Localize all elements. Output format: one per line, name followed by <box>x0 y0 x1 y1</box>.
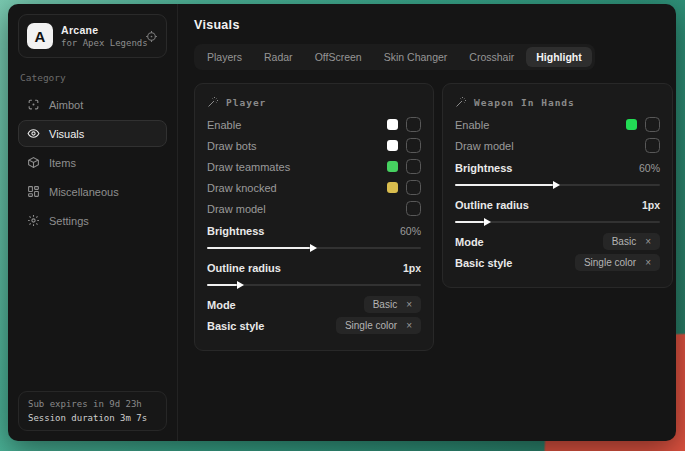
eye-icon <box>27 127 40 140</box>
checkbox[interactable] <box>406 159 421 174</box>
slider-fill <box>207 247 310 249</box>
color-swatch[interactable] <box>387 161 398 172</box>
app-window: A Arcane for Apex Legends Category Aimbo… <box>8 4 676 441</box>
tab-highlight[interactable]: Highlight <box>526 47 592 67</box>
checkbox[interactable] <box>406 201 421 216</box>
chip-remove-icon[interactable]: × <box>406 300 412 310</box>
tab-skin-changer[interactable]: Skin Changer <box>374 47 458 67</box>
sidebar-item-miscellaneous[interactable]: Miscellaneous <box>18 178 167 205</box>
color-swatch[interactable] <box>626 119 637 130</box>
slider-thumb[interactable] <box>484 218 491 226</box>
checkbox[interactable] <box>645 117 660 132</box>
page-title: Visuals <box>194 18 673 32</box>
brand-text: Arcane for Apex Legends <box>61 24 137 48</box>
setting-label: Enable <box>207 119 241 131</box>
package-icon <box>27 156 40 169</box>
target-icon[interactable] <box>145 30 158 43</box>
setting-label: Outline radius <box>207 262 281 274</box>
slider-track[interactable] <box>455 221 660 223</box>
toggle-row: Enable <box>455 114 660 135</box>
tab-bar: PlayersRadarOffScreenSkin ChangerCrossha… <box>194 44 595 70</box>
chip-remove-icon[interactable]: × <box>645 258 651 268</box>
value-chip[interactable]: Single color × <box>336 317 421 334</box>
setting-label: Draw bots <box>207 140 257 152</box>
chip-row: Mode Basic × <box>207 294 421 315</box>
slider-value: 1px <box>403 262 421 274</box>
app-title: Arcane <box>61 24 137 36</box>
value-chip[interactable]: Basic × <box>364 296 421 313</box>
checkbox[interactable] <box>645 138 660 153</box>
slider-track[interactable] <box>207 284 421 286</box>
color-swatch[interactable] <box>387 140 398 151</box>
sidebar-item-label: Miscellaneous <box>49 186 119 198</box>
panel-title: Player <box>226 97 266 108</box>
sidebar-item-label: Visuals <box>49 128 84 140</box>
checkbox[interactable] <box>406 117 421 132</box>
setting-label: Brightness <box>455 162 512 174</box>
sidebar-item-aimbot[interactable]: Aimbot <box>18 91 167 118</box>
slider-track[interactable] <box>455 184 660 186</box>
toggle-row: Draw knocked <box>207 177 421 198</box>
sidebar-item-label: Items <box>49 157 76 169</box>
slider-value: 1px <box>642 199 660 211</box>
chip-label: Basic <box>612 236 636 247</box>
chip-row: Basic style Single color × <box>455 252 660 273</box>
setting-label: Basic style <box>455 257 512 269</box>
slider-row: Outline radius 1px <box>207 257 421 286</box>
slider-thumb[interactable] <box>553 181 560 189</box>
slider-thumb[interactable] <box>237 281 244 289</box>
sub-expires-text: Sub expires in 9d 23h <box>28 399 157 409</box>
slider-value: 60% <box>400 225 421 237</box>
sidebar-item-visuals[interactable]: Visuals <box>18 120 167 147</box>
toggle-row: Draw teammates <box>207 156 421 177</box>
sidebar-item-label: Aimbot <box>49 99 83 111</box>
tab-radar[interactable]: Radar <box>254 47 303 67</box>
color-swatch[interactable] <box>387 182 398 193</box>
sidebar-nav: Aimbot Visuals Items Miscellaneous Setti… <box>18 91 167 234</box>
toggle-row: Draw model <box>207 198 421 219</box>
brand-card: A Arcane for Apex Legends <box>18 14 167 58</box>
sidebar-item-label: Settings <box>49 215 89 227</box>
slider-fill <box>455 221 484 223</box>
settings-panel: Weapon In Hands Enable Draw model Bright… <box>442 83 673 288</box>
tab-crosshair[interactable]: Crosshair <box>459 47 524 67</box>
setting-label: Draw knocked <box>207 182 277 194</box>
panel-header: Player <box>207 96 421 108</box>
slider-track[interactable] <box>207 247 421 249</box>
subscription-card: Sub expires in 9d 23h Session duration 3… <box>18 391 167 431</box>
session-duration-text: Session duration 3m 7s <box>28 413 157 423</box>
category-label: Category <box>20 72 165 83</box>
chip-row: Basic style Single color × <box>207 315 421 336</box>
setting-label: Enable <box>455 119 489 131</box>
setting-label: Outline radius <box>455 199 529 211</box>
checkbox[interactable] <box>406 138 421 153</box>
sidebar-item-settings[interactable]: Settings <box>18 207 167 234</box>
slider-row: Outline radius 1px <box>455 194 660 223</box>
chip-remove-icon[interactable]: × <box>645 237 651 247</box>
setting-label: Basic style <box>207 320 264 332</box>
slider-value: 60% <box>639 162 660 174</box>
tab-players[interactable]: Players <box>197 47 252 67</box>
sidebar-item-items[interactable]: Items <box>18 149 167 176</box>
toggle-row: Draw bots <box>207 135 421 156</box>
panel-rows: Enable Draw model Brightness 60% Outline… <box>455 114 660 273</box>
panels-area: Player Enable Draw bots Draw teammates D… <box>194 83 673 351</box>
slider-row: Brightness 60% <box>207 220 421 249</box>
tab-offscreen[interactable]: OffScreen <box>305 47 372 67</box>
value-chip[interactable]: Single color × <box>575 254 660 271</box>
chip-remove-icon[interactable]: × <box>406 321 412 331</box>
settings-panel: Player Enable Draw bots Draw teammates D… <box>194 83 434 351</box>
color-swatch[interactable] <box>387 119 398 130</box>
chip-label: Basic <box>373 299 397 310</box>
slider-fill <box>455 184 553 186</box>
toggle-row: Draw model <box>455 135 660 156</box>
layout-grid-icon <box>27 185 40 198</box>
slider-thumb[interactable] <box>310 244 317 252</box>
setting-label: Draw model <box>455 140 514 152</box>
chip-row: Mode Basic × <box>455 231 660 252</box>
value-chip[interactable]: Basic × <box>603 233 660 250</box>
chip-label: Single color <box>584 257 636 268</box>
wand-icon <box>207 96 219 108</box>
sidebar: A Arcane for Apex Legends Category Aimbo… <box>8 4 178 441</box>
checkbox[interactable] <box>406 180 421 195</box>
